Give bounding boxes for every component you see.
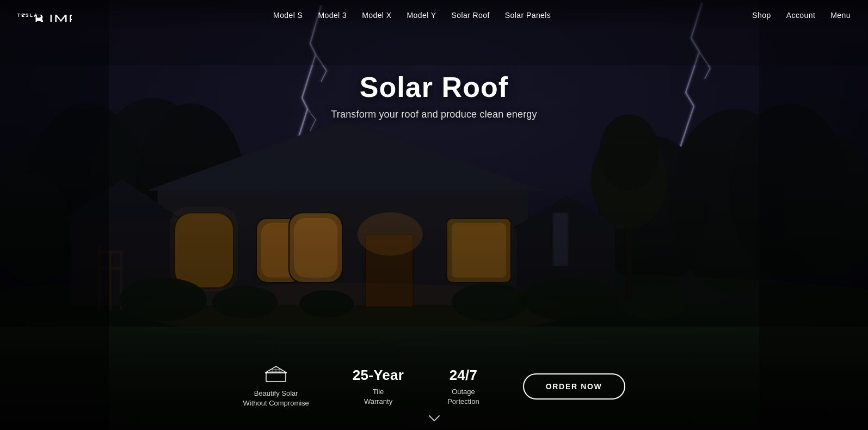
order-now-button[interactable]: ORDER NOW [523, 373, 625, 400]
nav-model-x[interactable]: Model X [362, 11, 391, 20]
hero-content: Solar Roof Transform your roof and produ… [0, 71, 868, 120]
feature-warranty-value: 25-Year [353, 367, 404, 384]
svg-text:TESLA: TESLA [17, 13, 38, 18]
feature-outage: 24/7 Outage Portection [447, 367, 479, 407]
navbar-center: Model S Model 3 Model X Model Y Solar Ro… [273, 11, 551, 20]
nav-solar-roof[interactable]: Solar Roof [452, 11, 490, 20]
feature-warranty-label: Tile Warranty [364, 387, 392, 407]
nav-shop[interactable]: Shop [752, 11, 771, 20]
solar-tile-icon [265, 365, 287, 385]
nav-menu[interactable]: Menu [830, 11, 851, 20]
nav-model-s[interactable]: Model S [273, 11, 303, 20]
feature-beautify-label: Beautify Solar Without Compromise [243, 389, 309, 408]
feature-warranty: 25-Year Tile Warranty [353, 367, 404, 407]
feature-outage-label: Outage Portection [447, 387, 479, 407]
navbar: TESLA Model S Model 3 Model X Model Y So… [0, 0, 868, 30]
hero-section: TESLA Model S Model 3 Model X Model Y So… [0, 0, 868, 430]
hero-subtitle: Transform your roof and produce clean en… [0, 109, 868, 120]
hero-title: Solar Roof [0, 71, 868, 103]
navbar-right: Shop Account Menu [752, 11, 851, 20]
feature-outage-value: 24/7 [450, 367, 478, 384]
logo[interactable]: TESLA [17, 9, 72, 22]
feature-beautify: Beautify Solar Without Compromise [243, 365, 309, 408]
bottom-bar: Beautify Solar Without Compromise 25-Yea… [0, 365, 868, 408]
svg-rect-60 [266, 373, 286, 382]
scroll-down-button[interactable] [429, 412, 440, 425]
nav-solar-panels[interactable]: Solar Panels [505, 11, 551, 20]
nav-model-y[interactable]: Model Y [407, 11, 436, 20]
tesla-logo-svg: TESLA [17, 9, 72, 22]
chevron-down-icon [429, 415, 440, 422]
nav-account[interactable]: Account [786, 11, 816, 20]
nav-model-3[interactable]: Model 3 [318, 11, 347, 20]
